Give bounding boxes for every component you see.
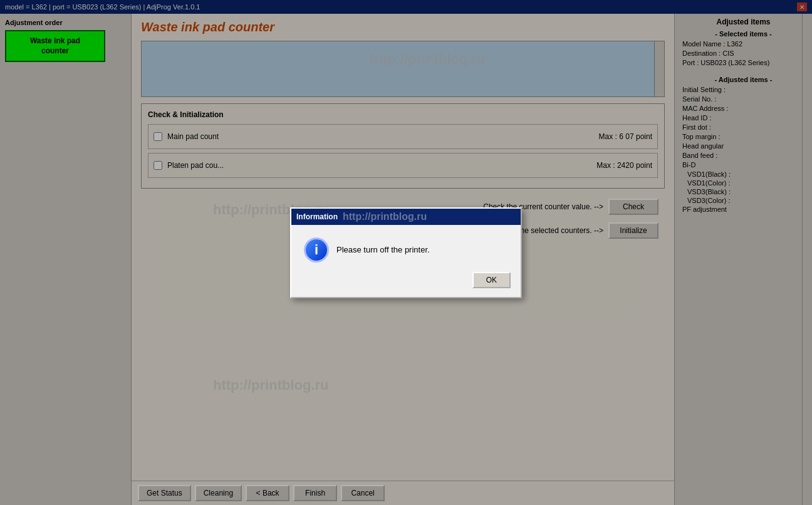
modal-overlay: Information http://printblog.ru i Please… <box>0 0 812 505</box>
modal-message: Please turn off the printer. <box>336 245 430 254</box>
modal-message-row: i Please turn off the printer. <box>304 237 508 263</box>
modal-title: Information <box>296 212 338 221</box>
modal-title-bar: Information http://printblog.ru <box>291 209 521 225</box>
information-dialog: Information http://printblog.ru i Please… <box>290 207 522 298</box>
modal-ok-button[interactable]: OK <box>472 272 511 288</box>
modal-footer: OK <box>291 272 521 297</box>
info-icon: i <box>304 237 329 263</box>
modal-body: i Please turn off the printer. <box>291 225 521 272</box>
